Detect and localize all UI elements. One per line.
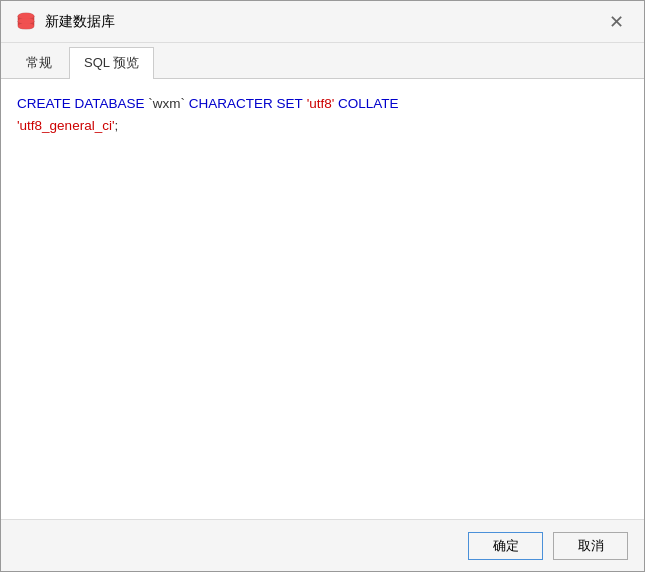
- semicolon: ;: [114, 115, 118, 137]
- dialog-title: 新建数据库: [45, 13, 603, 31]
- tab-general[interactable]: 常规: [11, 47, 67, 78]
- db-name: `wxm`: [148, 93, 185, 115]
- sql-line: CREATE DATABASE `wxm` CHARACTER SET 'utf…: [17, 93, 628, 115]
- tab-sql-preview[interactable]: SQL 预览: [69, 47, 154, 79]
- cancel-button[interactable]: 取消: [553, 532, 628, 560]
- keyword-create: CREATE: [17, 93, 71, 115]
- title-bar: 新建数据库 ✕: [1, 1, 644, 43]
- sql-content: CREATE DATABASE `wxm` CHARACTER SET 'utf…: [1, 79, 644, 519]
- keyword-database: DATABASE: [75, 93, 145, 115]
- confirm-button[interactable]: 确定: [468, 532, 543, 560]
- charset-value: 'utf8': [307, 93, 335, 115]
- close-button[interactable]: ✕: [603, 11, 630, 33]
- svg-point-3: [18, 23, 34, 29]
- footer: 确定 取消: [1, 519, 644, 571]
- sql-line-2: 'utf8_general_ci' ;: [17, 115, 628, 137]
- collate-value: 'utf8_general_ci': [17, 115, 114, 137]
- keyword-charset: CHARACTER SET: [189, 93, 303, 115]
- tab-bar: 常规 SQL 预览: [1, 43, 644, 79]
- dialog: 新建数据库 ✕ 常规 SQL 预览 CREATE DATABASE `wxm` …: [0, 0, 645, 572]
- database-icon: [15, 11, 37, 33]
- keyword-collate: COLLATE: [338, 93, 399, 115]
